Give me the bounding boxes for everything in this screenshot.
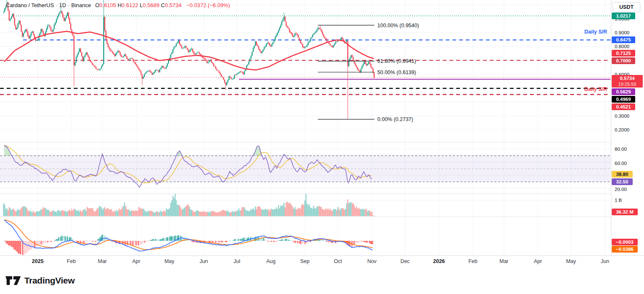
ohlc-key: C — [161, 2, 165, 8]
price-badge: 32.50 — [612, 178, 633, 185]
time-label: Jun — [200, 258, 208, 264]
daily-sr-label: Daily S/R — [578, 86, 607, 92]
ohlc-key: H — [117, 2, 121, 8]
time-label: Jul — [234, 258, 240, 264]
price-badge: 0.4969 — [612, 96, 635, 103]
time-label: 2026 — [433, 258, 445, 264]
price-badge: 0.4521 — [612, 103, 635, 110]
time-label: Dec — [400, 258, 410, 264]
time-label: Mar — [98, 258, 107, 264]
time-label: Jun — [601, 258, 609, 264]
time-label: Feb — [468, 258, 478, 264]
ohlc-value: 0.5689 — [143, 2, 161, 8]
symbol-title: Cardano / TetherUS — [6, 2, 54, 8]
change-value: −0.0372 (−6.09%) — [187, 2, 230, 8]
time-label: Apr — [534, 258, 542, 264]
axis-tick: 0.3000 — [615, 113, 629, 119]
price-badge: 0.8475 — [612, 36, 635, 43]
volume-pane[interactable] — [3, 192, 375, 216]
fib-label: 61.80% (0.6941) — [377, 58, 416, 64]
time-label: May — [164, 258, 174, 264]
price-badge: 0.7125 — [612, 50, 635, 57]
daily-sr-label: Daily S/R — [578, 29, 607, 35]
axis-tick: 80.00 — [615, 147, 627, 152]
price-badge: 1.0217 — [612, 13, 635, 19]
macd-pane[interactable] — [4, 220, 373, 255]
price-badge: 0.7000 — [612, 57, 635, 64]
fib-label: 0.00% (0.2737) — [377, 116, 413, 122]
axis-tick: 0.8000 — [615, 44, 629, 49]
candlestick-series[interactable] — [3, 0, 375, 119]
axis-tick: 1 B — [615, 198, 622, 203]
tradingview-logo-icon — [5, 275, 21, 286]
time-label: May — [566, 258, 576, 264]
horizontal-levels — [0, 16, 610, 95]
fib-retracement[interactable]: 100.00% (0.9540)61.80% (0.6941)50.00% (0… — [318, 23, 419, 122]
price-scale[interactable]: 1.00000.90000.80000.60000.30000.200080.0… — [611, 0, 644, 255]
time-label: Nov — [367, 258, 377, 264]
price-badge: 38.80 — [612, 171, 633, 178]
exchange-label: Binance — [71, 2, 91, 8]
ohlc-value: 0.6105 — [99, 2, 117, 8]
legend-separator: · — [68, 2, 70, 8]
time-label: Aug — [266, 258, 275, 264]
fib-label: 100.00% (0.9540) — [377, 23, 419, 28]
ohlc-value: 0.5734 — [165, 2, 183, 8]
chart-canvas[interactable]: 100.00% (0.9540)61.80% (0.6941)50.00% (0… — [0, 0, 610, 255]
moving-average-line[interactable] — [4, 31, 374, 70]
time-label: Feb — [67, 258, 76, 264]
price-badge: −0.0003 — [612, 239, 638, 245]
time-scale[interactable]: 2025FebMarAprMayJunJulAugSepOctNovDec202… — [0, 255, 644, 268]
price-badge: 0.5629 — [612, 88, 635, 95]
macd-signal-line — [4, 220, 373, 250]
time-label: 2025 — [32, 258, 44, 264]
tradingview-logo[interactable]: TradingView — [5, 275, 75, 286]
currency-unit-button[interactable]: USDT — [613, 2, 640, 12]
time-label: Sep — [300, 258, 309, 264]
axis-tick: 20.00 — [615, 187, 627, 192]
price-badge: 36.32 M — [612, 209, 638, 215]
chart-area[interactable]: 100.00% (0.9540)61.80% (0.6941)50.00% (0… — [0, 0, 610, 255]
ohlc-value: 0.6122 — [122, 2, 140, 8]
price-badge: −0.0386 — [612, 246, 638, 253]
time-label: Oct — [334, 258, 342, 264]
tradingview-chart-app: 100.00% (0.9540)61.80% (0.6941)50.00% (0… — [0, 0, 644, 294]
tradingview-logo-text: TradingView — [24, 276, 75, 286]
ohlc-values: O0.6105 H0.6122 L0.5689 C0.5734 — [95, 2, 183, 8]
price-badge: 0.573419:25:59 — [612, 75, 643, 88]
interval-label: 1D — [59, 2, 66, 8]
time-label: Mar — [499, 258, 509, 264]
ohlc-key: O — [95, 2, 99, 8]
axis-tick: 0.2000 — [615, 127, 629, 132]
footer: TradingView — [0, 267, 644, 294]
symbol-legend[interactable]: Cardano / TetherUS·1D·BinanceO0.6105 H0.… — [6, 2, 230, 8]
time-label: Apr — [132, 258, 140, 264]
axis-tick: 60.00 — [615, 161, 627, 166]
fib-label: 50.00% (0.6139) — [377, 70, 416, 75]
legend-separator: · — [56, 2, 57, 8]
axis-tick: 0.9000 — [615, 30, 629, 35]
